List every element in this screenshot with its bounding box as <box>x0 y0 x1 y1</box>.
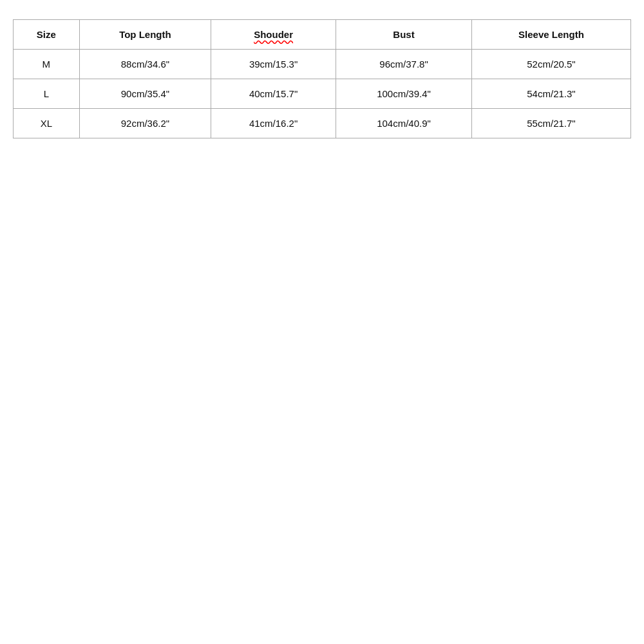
cell-bust-2: 104cm/40.9" <box>336 109 472 138</box>
header-shoulder: Shouder <box>211 20 336 50</box>
cell-bust-1: 100cm/39.4" <box>336 79 472 109</box>
table-row: L90cm/35.4"40cm/15.7"100cm/39.4"54cm/21.… <box>14 79 631 109</box>
size-chart-container: Size Top Length Shouder Bust Sleeve Leng… <box>13 19 631 138</box>
header-top-length: Top Length <box>79 20 211 50</box>
cell-top_length-0: 88cm/34.6" <box>79 50 211 79</box>
cell-shoulder-0: 39cm/15.3" <box>211 50 336 79</box>
cell-sleeve_length-1: 54cm/21.3" <box>471 79 630 109</box>
table-row: XL92cm/36.2"41cm/16.2"104cm/40.9"55cm/21… <box>14 109 631 138</box>
cell-sleeve_length-0: 52cm/20.5" <box>471 50 630 79</box>
header-bust: Bust <box>336 20 472 50</box>
cell-bust-0: 96cm/37.8" <box>336 50 472 79</box>
cell-shoulder-1: 40cm/15.7" <box>211 79 336 109</box>
header-size: Size <box>14 20 80 50</box>
cell-size-0: M <box>14 50 80 79</box>
cell-shoulder-2: 41cm/16.2" <box>211 109 336 138</box>
header-sleeve-length: Sleeve Length <box>471 20 630 50</box>
cell-size-2: XL <box>14 109 80 138</box>
size-chart-table: Size Top Length Shouder Bust Sleeve Leng… <box>13 19 631 138</box>
cell-sleeve_length-2: 55cm/21.7" <box>471 109 630 138</box>
table-row: M88cm/34.6"39cm/15.3"96cm/37.8"52cm/20.5… <box>14 50 631 79</box>
cell-top_length-1: 90cm/35.4" <box>79 79 211 109</box>
cell-top_length-2: 92cm/36.2" <box>79 109 211 138</box>
cell-size-1: L <box>14 79 80 109</box>
table-header-row: Size Top Length Shouder Bust Sleeve Leng… <box>14 20 631 50</box>
